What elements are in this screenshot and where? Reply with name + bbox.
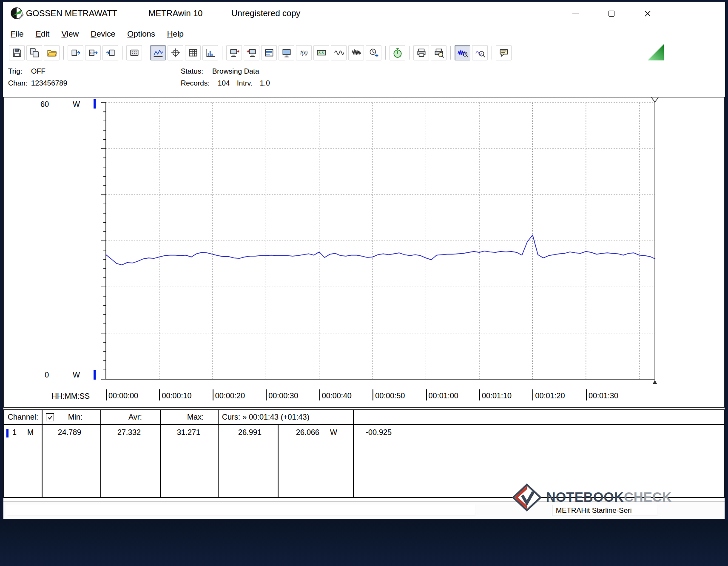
y-axis-min-label: 0 <box>34 371 49 380</box>
zoom-out-button[interactable] <box>472 45 488 60</box>
table-divider <box>218 410 219 497</box>
import-data-button[interactable] <box>102 45 118 60</box>
col-header-cursor: Curs: » 00:01:43 (+01:43) <box>222 413 310 422</box>
export-10x-button[interactable]: 10 <box>85 45 101 60</box>
data-table-button[interactable] <box>185 45 201 60</box>
channel-list-icon <box>264 48 274 58</box>
records-label: Records: <box>181 79 210 88</box>
cell-cursor-a: 26.991 <box>238 428 262 437</box>
save-all-button[interactable] <box>26 45 42 60</box>
monitor-icon <box>282 48 292 58</box>
minimize-icon <box>572 14 579 14</box>
channel-scale-marker-bottom <box>94 370 96 380</box>
crosshair-button[interactable] <box>168 45 183 60</box>
function-button[interactable]: f(x) <box>296 45 312 60</box>
app-title: METRAwin 10 <box>148 9 202 18</box>
x-tick-label: 00:00:50 <box>373 389 405 400</box>
x-tick-mark <box>213 389 213 400</box>
statusbar-message-panel <box>7 505 475 516</box>
zoom-wave-button[interactable] <box>455 45 470 60</box>
table-header-divider <box>4 424 724 425</box>
clock-transfer-button[interactable] <box>366 45 381 60</box>
toolbar-separator <box>122 46 122 60</box>
table-divider <box>160 410 161 497</box>
maximize-icon <box>609 11 614 17</box>
table-divider <box>353 410 354 497</box>
export-data-button[interactable] <box>68 45 83 60</box>
open-folder-icon <box>47 48 57 58</box>
watermark-notebook: NOTEBOOK <box>546 490 624 505</box>
menu-options[interactable]: Options <box>121 28 161 40</box>
x-tick-label: 00:00:10 <box>159 389 191 400</box>
chan-value: 123456789 <box>31 79 67 88</box>
svg-text:10: 10 <box>90 51 93 55</box>
trig-value: OFF <box>31 67 46 76</box>
menu-file[interactable]: File <box>5 28 30 40</box>
channel-scale-marker-top <box>94 99 96 109</box>
callout-icon <box>499 48 509 58</box>
x-tick-label: 00:00:20 <box>213 389 245 400</box>
channel-visible-checkbox[interactable] <box>46 413 54 421</box>
menu-view[interactable]: View <box>55 28 85 40</box>
table-divider <box>42 410 43 497</box>
cell-channel: 1 <box>12 428 17 437</box>
cell-avr: 27.332 <box>117 428 141 437</box>
data-table-icon <box>188 48 198 58</box>
bottom-dark-band <box>0 520 728 566</box>
stopwatch-button[interactable] <box>390 45 405 60</box>
chart-panel: 60 W 0 W HH:MM:SS 00:00:0000:00:1000:00:… <box>3 97 725 408</box>
minimize-button[interactable] <box>565 4 586 23</box>
callout-button[interactable] <box>496 45 512 60</box>
keypad-button[interactable] <box>126 45 142 60</box>
monitor-button[interactable] <box>279 45 294 60</box>
x-tick-label: 00:01:00 <box>426 389 458 400</box>
monitor-out-icon <box>229 48 239 58</box>
menu-help[interactable]: Help <box>161 28 190 40</box>
monitor-out-button[interactable] <box>226 45 242 60</box>
toolbar-separator <box>222 46 222 60</box>
x-tick-mark <box>426 389 427 400</box>
monitor-in-icon <box>247 48 257 58</box>
function-icon: f(x) <box>299 48 309 58</box>
x-tick-mark <box>106 389 107 400</box>
x-tick-mark <box>532 389 533 400</box>
x-tick-label: 00:01:20 <box>532 389 565 400</box>
monitor-in-button[interactable] <box>244 45 259 60</box>
app-logo-icon <box>10 6 24 20</box>
menu-device[interactable]: Device <box>85 28 121 40</box>
toolbar-separator <box>450 46 451 60</box>
x-axis: HH:MM:SS 00:00:0000:00:1000:00:2000:00:3… <box>4 389 724 405</box>
print-button[interactable] <box>413 45 429 60</box>
channel-color-marker <box>6 429 9 437</box>
print-preview-icon <box>434 48 444 58</box>
y-axis-unit-bottom: W <box>73 371 80 380</box>
line-chart-button[interactable] <box>150 45 166 60</box>
col-header-avr: Avr: <box>128 413 142 422</box>
toolbar-separator <box>492 46 492 60</box>
menu-edit[interactable]: Edit <box>30 28 56 40</box>
channel-list-button[interactable] <box>261 45 277 60</box>
cell-cursor-b: 26.066 <box>296 428 319 437</box>
status-panel: Trig: OFF Chan: 123456789 Status: Browsi… <box>3 64 725 97</box>
notebookcheck-watermark: NOTEBOOKCHECK <box>511 483 672 512</box>
print-preview-button[interactable] <box>431 45 446 60</box>
toolbar-separator <box>63 46 64 60</box>
waveform-button[interactable] <box>331 45 347 60</box>
open-folder-button[interactable] <box>44 45 60 60</box>
brand-title: GOSSEN METRAWATT <box>26 9 117 18</box>
maximize-button[interactable] <box>601 4 622 23</box>
close-button[interactable] <box>637 4 658 23</box>
noise-button[interactable] <box>348 45 364 60</box>
col-header-min: Min: <box>68 413 82 422</box>
plot-area[interactable] <box>106 103 655 379</box>
stopwatch-icon <box>392 48 403 58</box>
cell-max: 31.271 <box>177 428 200 437</box>
svg-text:8.8: 8.8 <box>318 51 323 55</box>
export-data-icon <box>71 48 81 58</box>
histogram-icon <box>205 48 216 58</box>
y-axis-unit-top: W <box>73 100 80 109</box>
svg-text:f(x): f(x) <box>300 50 307 56</box>
save-button[interactable] <box>9 45 25 60</box>
histogram-button[interactable] <box>202 45 218 60</box>
seven-segment-button[interactable]: 8.8 <box>313 45 329 60</box>
